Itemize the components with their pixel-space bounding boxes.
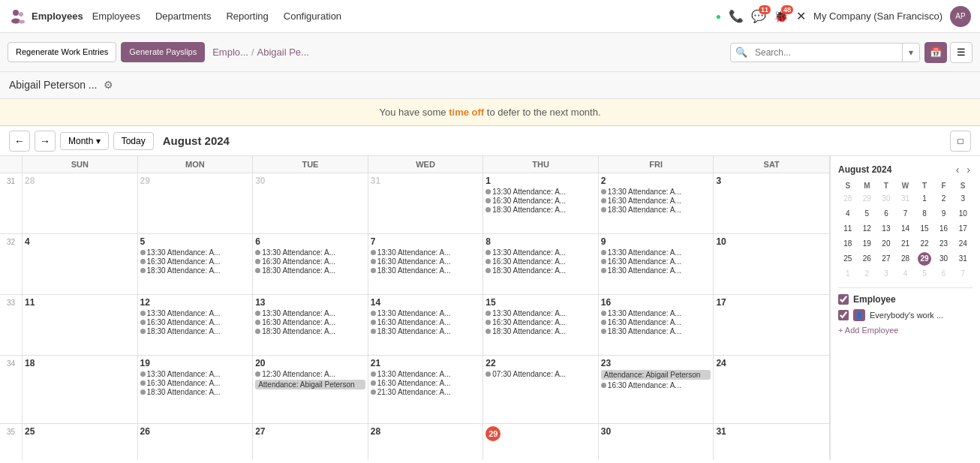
cell-aug22[interactable]: 22 07:30 Attendance: A... xyxy=(483,356,599,423)
bug-btn[interactable]: 🐞 48 xyxy=(774,9,789,23)
nav-departments[interactable]: Departments xyxy=(155,11,211,22)
nav-employees[interactable]: Employees xyxy=(92,11,140,22)
gear-icon[interactable]: ⚙ xyxy=(104,79,113,91)
mini-cell[interactable]: 1 xyxy=(915,191,934,206)
chat-btn[interactable]: 💬 11 xyxy=(751,9,766,23)
event[interactable]: 13:30 Attendance: A... xyxy=(485,248,596,257)
cell-aug16[interactable]: 16 13:30 Attendance: A... 16:30 Attendan… xyxy=(599,295,714,355)
month-btn[interactable]: Month ▾ xyxy=(60,132,109,150)
cell-aug27[interactable]: 27 xyxy=(253,424,368,460)
event[interactable]: 13:30 Attendance: A... xyxy=(255,248,365,257)
mini-cell[interactable]: 29 xyxy=(858,191,877,206)
event[interactable]: 16:30 Attendance: A... xyxy=(140,318,251,326)
mini-cell[interactable]: 2 xyxy=(934,191,954,206)
event[interactable]: 16:30 Attendance: A... xyxy=(485,257,596,266)
mini-cell[interactable]: 14 xyxy=(896,221,915,236)
event[interactable]: 16:30 Attendance: A... xyxy=(485,197,596,205)
cell-aug3[interactable]: 3 xyxy=(714,173,829,233)
event[interactable]: 16:30 Attendance: A... xyxy=(601,318,711,326)
mini-cell[interactable]: 6 xyxy=(934,266,954,281)
cell-aug13[interactable]: 13 13:30 Attendance: A... 16:30 Attendan… xyxy=(253,295,368,355)
cell-aug18[interactable]: 18 xyxy=(23,356,138,423)
attendance-bar-20[interactable]: Attendance: Abigail Peterson xyxy=(255,380,365,389)
cell-aug14[interactable]: 14 13:30 Attendance: A... 16:30 Attendan… xyxy=(368,295,484,355)
mini-next-btn[interactable]: › xyxy=(964,164,972,176)
cell-aug24[interactable]: 24 xyxy=(714,356,829,423)
cell-aug29-today[interactable]: 29 xyxy=(483,424,599,460)
event[interactable]: 13:30 Attendance: A... xyxy=(371,370,481,378)
cell-30-other[interactable]: 30 xyxy=(253,173,368,233)
mini-cell[interactable]: 10 xyxy=(953,206,972,221)
cell-aug7[interactable]: 7 13:30 Attendance: A... 16:30 Attendanc… xyxy=(368,234,484,294)
event[interactable]: 16:30 Attendance: A... xyxy=(140,257,251,266)
event[interactable]: 16:30 Attendance: A... xyxy=(255,257,365,266)
cell-aug26[interactable]: 26 xyxy=(138,424,254,460)
cell-aug20[interactable]: 20 12:30 Attendance: A... Attendance: Ab… xyxy=(253,356,368,423)
search-input[interactable] xyxy=(752,44,902,62)
mini-cell[interactable]: 5 xyxy=(915,266,934,281)
event[interactable]: 13:30 Attendance: A... xyxy=(601,248,711,257)
mini-cell[interactable]: 11 xyxy=(838,221,858,236)
event[interactable]: 13:30 Attendance: A... xyxy=(140,309,251,317)
event[interactable]: 18:30 Attendance: A... xyxy=(371,327,481,335)
event[interactable]: 16:30 Attendance: A... xyxy=(601,257,711,266)
calendar-view-btn[interactable]: 📅 xyxy=(924,42,947,63)
event[interactable]: 16:30 Attendance: A... xyxy=(140,379,251,387)
cell-aug31[interactable]: 31 xyxy=(714,424,829,460)
next-btn[interactable]: → xyxy=(35,131,56,152)
event[interactable]: 18:30 Attendance: A... xyxy=(601,266,711,275)
mini-cell[interactable]: 18 xyxy=(838,236,858,251)
cell-aug8[interactable]: 8 13:30 Attendance: A... 16:30 Attendanc… xyxy=(483,234,599,294)
prev-btn[interactable]: ← xyxy=(9,131,30,152)
mini-cell[interactable]: 16 xyxy=(934,221,954,236)
cell-aug28[interactable]: 28 xyxy=(368,424,484,460)
event[interactable]: 18:30 Attendance: A... xyxy=(601,327,711,335)
cell-aug5[interactable]: 5 13:30 Attendance: A... 16:30 Attendanc… xyxy=(138,234,254,294)
cell-aug23[interactable]: 23 Attendance: Abigail Peterson 16:30 At… xyxy=(599,356,714,423)
mini-cell[interactable]: 5 xyxy=(858,206,877,221)
mini-cell[interactable]: 24 xyxy=(953,236,972,251)
cell-31-other[interactable]: 31 xyxy=(368,173,484,233)
event[interactable]: 13:30 Attendance: A... xyxy=(601,309,711,317)
cell-aug4[interactable]: 4 xyxy=(23,234,138,294)
cell-aug6[interactable]: 6 13:30 Attendance: A... 16:30 Attendanc… xyxy=(253,234,368,294)
cell-aug9[interactable]: 9 13:30 Attendance: A... 16:30 Attendanc… xyxy=(599,234,714,294)
cell-aug21[interactable]: 21 13:30 Attendance: A... 16:30 Attendan… xyxy=(368,356,484,423)
mini-cell[interactable]: 3 xyxy=(876,266,896,281)
mini-cell[interactable]: 28 xyxy=(896,251,915,266)
event[interactable]: 18:30 Attendance: A... xyxy=(371,266,481,275)
mini-cell[interactable]: 12 xyxy=(858,221,877,236)
mini-cell[interactable]: 21 xyxy=(896,236,915,251)
mini-cell[interactable]: 7 xyxy=(953,266,972,281)
mini-cell[interactable]: 28 xyxy=(838,191,858,206)
today-btn[interactable]: Today xyxy=(113,132,154,150)
mini-cell[interactable]: 20 xyxy=(876,236,896,251)
search-dropdown-btn[interactable]: ▾ xyxy=(902,44,919,62)
event[interactable]: 18:30 Attendance: A... xyxy=(485,266,596,275)
mini-cell[interactable]: 8 xyxy=(915,206,934,221)
event[interactable]: 16:30 Attendance: A... xyxy=(371,318,481,326)
nav-configuration[interactable]: Configuration xyxy=(284,11,341,22)
event[interactable]: 13:30 Attendance: A... xyxy=(255,309,365,317)
event[interactable]: 18:30 Attendance: A... xyxy=(255,266,365,275)
cell-28-other[interactable]: 28 xyxy=(23,173,138,233)
cell-aug25[interactable]: 25 xyxy=(23,424,138,460)
mini-cell[interactable]: 22 xyxy=(915,236,934,251)
mini-cell[interactable]: 30 xyxy=(876,191,896,206)
phone-icon[interactable]: 📞 xyxy=(729,9,744,23)
mini-cell[interactable]: 31 xyxy=(896,191,915,206)
event[interactable]: 18:30 Attendance: A... xyxy=(140,388,251,396)
mini-cell-today[interactable]: 29 xyxy=(918,252,931,266)
mini-cell[interactable]: 9 xyxy=(934,206,954,221)
event[interactable]: 13:30 Attendance: A... xyxy=(485,309,596,317)
cell-aug1[interactable]: 1 13:30 Attendance: A... 16:30 Attendanc… xyxy=(483,173,599,233)
event[interactable]: 12:30 Attendance: A... xyxy=(255,370,365,378)
cell-aug19[interactable]: 19 13:30 Attendance: A... 16:30 Attendan… xyxy=(138,356,254,423)
mini-prev-btn[interactable]: ‹ xyxy=(954,164,962,176)
event[interactable]: 13:30 Attendance: A... xyxy=(371,248,481,257)
mini-cell[interactable]: 31 xyxy=(953,251,972,266)
event[interactable]: 13:30 Attendance: A... xyxy=(601,188,711,196)
cell-aug11[interactable]: 11 xyxy=(23,295,138,355)
event[interactable]: 13:30 Attendance: A... xyxy=(140,370,251,378)
breadcrumb-link-1[interactable]: Emplo... xyxy=(212,47,248,58)
